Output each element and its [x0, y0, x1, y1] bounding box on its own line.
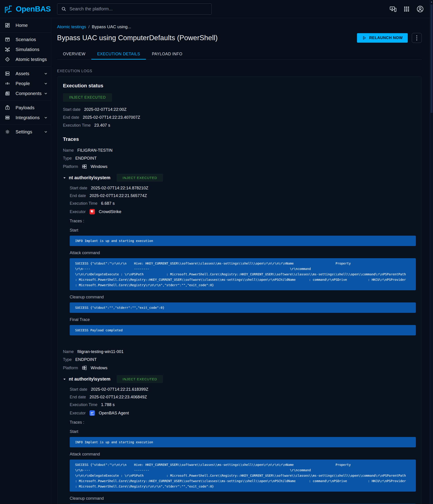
sidebar-item-label: Components [16, 91, 42, 96]
sidebar-divider [0, 66, 51, 67]
sidebar-item-label: Home [16, 23, 28, 28]
sidebar-item-simulations[interactable]: Simulations [0, 45, 51, 54]
log-section-label: Attack command [70, 251, 416, 255]
breadcrumb-atomic-testings-link[interactable]: Atomic testings [57, 24, 86, 29]
tabs: OVERVIEW EXECUTION DETAILS PAYLOAD INFO [57, 49, 422, 60]
sidebar-item-assets[interactable]: Assets [0, 69, 51, 79]
sidebar-item-settings[interactable]: Settings [0, 127, 51, 137]
agent-status-badge: INJECT EXECUTED [117, 174, 163, 182]
sidebar-item-home[interactable]: Home [0, 20, 51, 30]
agent-status-badge: INJECT EXECUTED [117, 375, 163, 383]
dns-icon [5, 71, 10, 76]
sidebar-item-label: Simulations [16, 47, 39, 52]
apps-grid-icon[interactable] [403, 5, 410, 13]
sidebar-item-label: Scenarios [16, 37, 36, 42]
agent-user: nt authority\system [69, 175, 110, 180]
tab-overview[interactable]: OVERVIEW [57, 49, 91, 59]
breadcrumb-separator: / [88, 24, 89, 29]
search-input[interactable] [69, 6, 208, 11]
agent-user: nt authority\system [69, 377, 110, 382]
tab-payload-info[interactable]: PAYLOAD INFO [146, 49, 188, 59]
endpoint-platform-row: Platform Windows [63, 365, 416, 371]
agent-details: Start date 2025-02-07T14:22:21.618399Z E… [70, 387, 416, 504]
execution-status-rows: Start date 2025-02-07T14:22:00Z End date… [63, 107, 416, 128]
execution-logs-panel: Execution status INJECT EXECUTED Start d… [57, 76, 422, 504]
more-options-button[interactable] [412, 33, 422, 43]
chevron-down-icon [43, 115, 48, 120]
log-section-label: Start [70, 228, 416, 233]
topbar: OpenBAS [0, 0, 433, 18]
sidebar-divider [0, 100, 51, 101]
scrollbar-thumb[interactable] [431, 5, 433, 113]
tab-execution-details[interactable]: EXECUTION DETAILS [91, 49, 146, 59]
movie-filter-icon [5, 37, 10, 42]
log-box-start: INFO Implant is up and starting executio… [70, 236, 416, 246]
start-date-row: Start date 2025-02-07T14:22:21.618399Z [70, 387, 416, 392]
gear-icon [5, 129, 10, 135]
main-content: Atomic testings / Bypass UAC using... By… [51, 18, 433, 504]
sidebar-item-label: Atomic testings [16, 57, 47, 62]
execution-time-row: Execution Time 1.788 s [70, 402, 416, 407]
chevron-down-icon [43, 71, 48, 76]
log-section-label: Cleanup command [70, 295, 416, 299]
target-icon [5, 57, 10, 62]
log-section-label: Attack command [70, 452, 416, 457]
page-header: Bypass UAC using ComputerDefaults (Power… [57, 33, 422, 43]
chevron-down-icon [43, 130, 48, 134]
brand-name: OpenBAS [16, 5, 51, 13]
hub-icon [5, 47, 10, 52]
traces-label: Traces : [70, 420, 416, 425]
execution-time-row: Execution Time 6.687 s [70, 201, 416, 206]
sidebar-divider [0, 125, 51, 125]
log-section-label: Start [70, 429, 416, 434]
sidebar-item-label: Integrations [16, 115, 40, 120]
crowdstrike-icon [89, 209, 95, 215]
log-box-attack-command: SUCCESS {"stdout":"\r\n\r\n Hive: HKEY_C… [70, 258, 416, 290]
sidebar-item-components[interactable]: Components [0, 89, 51, 99]
end-date-row: End date 2025-02-07T14:22:21.565774Z [70, 193, 416, 198]
sidebar-item-integrations[interactable]: Integrations [0, 113, 51, 123]
dashboard-icon [5, 23, 10, 28]
executor-row: Executor AGENT OpenBAS Agent [70, 410, 416, 416]
caret-down-icon [63, 378, 66, 381]
log-section-label: Final Trace [70, 317, 416, 322]
scroll-up-icon[interactable]: ▲ [430, 1, 433, 3]
newspaper-icon [5, 91, 10, 96]
caret-down-icon [63, 176, 66, 180]
endpoint-platform-row: Platform Windows [63, 164, 416, 169]
agent-collapse-toggle[interactable]: nt authority\system INJECT EXECUTED [63, 375, 416, 383]
agent-collapse-toggle[interactable]: nt authority\system INJECT EXECUTED [63, 174, 416, 182]
breadcrumb-current: Bypass UAC using... [92, 24, 131, 29]
endpoint-type-row: Type ENDPOINT [63, 156, 416, 161]
chevron-down-icon [43, 91, 48, 96]
play-icon [362, 36, 366, 40]
brand[interactable]: OpenBAS [0, 4, 51, 14]
status-badge: INJECT EXECUTED [63, 93, 112, 102]
sidebar-item-label: People [16, 81, 30, 86]
traces-label: Traces : [70, 219, 416, 224]
sidebar-item-label: Assets [16, 71, 29, 76]
execution-logs-label: EXECUTION LOGS [57, 69, 422, 73]
sidebar-item-people[interactable]: People [0, 79, 51, 89]
sidebar-item-label: Payloads [16, 105, 35, 110]
page-actions: RELAUNCH NOW [357, 33, 422, 43]
end-date-row: End date 2025-02-07T14:22:23.406849Z [70, 395, 416, 399]
search-icon [61, 6, 67, 12]
start-date-row: Start date 2025-02-07T14:22:14.878210Z [70, 186, 416, 190]
breadcrumb: Atomic testings / Bypass UAC using... [57, 24, 422, 29]
openbas-agent-icon: AGENT [89, 410, 95, 416]
page-title: Bypass UAC using ComputerDefaults (Power… [57, 34, 218, 42]
endpoint-name-row: Name FILIGRAN-TESTIN [63, 148, 416, 153]
platform-search[interactable] [57, 3, 212, 15]
account-icon[interactable] [416, 5, 424, 13]
vertical-scrollbar[interactable]: ▲ [430, 0, 433, 504]
sidebar-item-atomic-testings[interactable]: Atomic testings [0, 54, 51, 64]
topbar-actions [389, 5, 433, 13]
agent-details: Start date 2025-02-07T14:22:14.878210Z E… [70, 186, 416, 335]
relaunch-now-button[interactable]: RELAUNCH NOW [357, 33, 408, 43]
important-devices-icon[interactable] [389, 5, 397, 13]
sidebar-item-scenarios[interactable]: Scenarios [0, 35, 51, 45]
endpoint-type-row: Type ENDPOINT [63, 357, 416, 362]
sidebar-item-payloads[interactable]: Payloads [0, 103, 51, 113]
log-box-start: INFO Implant is up and starting executio… [70, 437, 416, 447]
